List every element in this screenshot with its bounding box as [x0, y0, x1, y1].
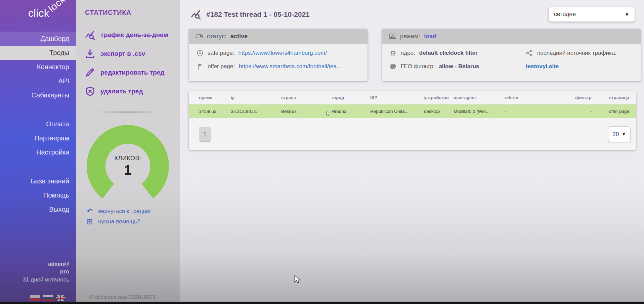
sidebar-item-settings[interactable]: Настройки — [0, 145, 76, 159]
cell-device: desktop — [424, 109, 454, 114]
language-switcher — [30, 295, 66, 301]
sidebar-item-label: Выход — [49, 206, 69, 213]
mouse-cursor-small — [326, 110, 331, 117]
sidebar-item-api[interactable]: API — [0, 74, 76, 88]
period-select[interactable]: сегодня ▼ — [548, 7, 635, 22]
column-header-isp[interactable]: ISP — [370, 95, 424, 100]
chart-search-icon — [85, 30, 96, 40]
gauge-label: КЛИКОВ: — [114, 155, 141, 162]
cell-country: Belarus — [281, 109, 332, 114]
column-header-device[interactable]: устройство — [424, 95, 454, 100]
back-to-threads-link[interactable]: ↶ вернуться к тредам — [86, 206, 150, 216]
chevron-down-icon: ▼ — [622, 132, 626, 137]
sidebar-item-knowledge-base[interactable]: База знаний — [0, 174, 76, 188]
status-label: статус: — [207, 33, 226, 40]
sidebar-item-dashboard[interactable]: Дашборд — [0, 32, 76, 46]
column-header-filter[interactable]: фильтр — [565, 95, 592, 100]
column-header-referer[interactable]: referer — [505, 95, 565, 100]
sidebar-item-subaccounts[interactable]: Сабакаунты — [0, 88, 76, 102]
gear-icon: ⚙ — [389, 50, 397, 56]
mode-card-header: режим: load — [382, 29, 641, 44]
clicks-table-card: время ip страна город ISP устройство use… — [189, 91, 636, 150]
screen-bottom-bar — [0, 302, 644, 304]
need-help-link[interactable]: ⊞ нужна помощь? — [86, 216, 150, 227]
menu-item-edit-thread[interactable]: редактировать тред — [85, 63, 176, 82]
nav-spacer — [0, 159, 76, 174]
account-email: admin@ — [23, 261, 69, 267]
sidebar-item-label: Сабакаунты — [31, 91, 69, 99]
menu-item-label: удалить тред — [100, 88, 143, 95]
clicklock-app: click lock Дашборд Треды Коннектор API С… — [0, 0, 644, 304]
menu-item-delete-thread[interactable]: удалить тред — [85, 82, 176, 101]
flag-russia-icon[interactable] — [43, 295, 53, 301]
cell-page: offer page — [592, 109, 629, 114]
flag-uk-icon[interactable] — [56, 295, 66, 301]
gauge-text: КЛИКОВ: 1 — [87, 125, 169, 207]
undo-icon: ↶ — [86, 207, 93, 215]
period-select-value: сегодня — [554, 11, 625, 18]
column-header-country[interactable]: страна — [281, 95, 332, 100]
statistics-title: СТАТИСТИКА — [85, 9, 131, 16]
plus-box-icon: ⊞ — [86, 218, 93, 226]
share-icon — [526, 50, 533, 56]
sidebar-item-partners[interactable]: Партнерам — [0, 131, 76, 145]
chart-search-icon — [191, 9, 202, 19]
column-header-page[interactable]: страница — [592, 95, 629, 100]
sidebar-item-label: Оплата — [46, 120, 69, 128]
sidebar-item-payment[interactable]: Оплата — [0, 117, 76, 131]
sidebar-item-threads[interactable]: Треды — [0, 46, 76, 60]
menu-item-daily-chart[interactable]: график день-за-днем — [85, 26, 176, 44]
menu-item-export-csv[interactable]: экспорт в .csv — [85, 44, 176, 63]
traffic-source-column: последний источник трафика: testovyi.sit… — [526, 46, 641, 73]
page-size-select[interactable]: 20 ▼ — [608, 126, 631, 142]
pencil-icon — [85, 68, 95, 78]
screen-share-icon — [389, 33, 396, 40]
sidebar-item-label: Треды — [49, 49, 69, 57]
cell-referer: - — [505, 109, 565, 114]
column-header-user-agent[interactable]: user-agent — [454, 95, 505, 100]
column-header-city[interactable]: город — [332, 95, 370, 100]
core-label: ядро: — [401, 50, 415, 56]
traffic-source-link[interactable]: testovyi.site — [526, 60, 641, 73]
safe-page-link[interactable]: https://www.flowers4hamburg.com/ — [238, 50, 327, 56]
sidebar-item-connector[interactable]: Коннектор — [0, 60, 76, 74]
offer-page-link[interactable]: https://www.smartbets.com/football/tea..… — [239, 63, 341, 70]
sidebar-item-help[interactable]: Помощь — [0, 188, 76, 202]
sidebar-item-logout[interactable]: Выход — [0, 202, 76, 216]
shield-star-icon — [196, 50, 204, 56]
offer-page-row: offer page: https://www.smartbets.com/fo… — [189, 60, 368, 73]
cell-isp: Republican Unita... — [370, 109, 424, 114]
shield-x-icon — [85, 86, 95, 96]
logo-text-click: click — [28, 7, 49, 19]
pagination-page-1-button[interactable]: 1 — [199, 127, 211, 142]
sidebar-item-label: Дашборд — [40, 35, 69, 43]
sidebar-item-label: База знаний — [31, 177, 69, 185]
statistics-panel: СТАТИСТИКА график день-за-днем экспорт в… — [76, 0, 180, 304]
cell-ip: 37.212.80.51 — [231, 109, 281, 114]
menu-item-label: редактировать тред — [100, 69, 164, 76]
column-header-time[interactable]: время — [199, 95, 231, 100]
safe-page-row: safe page: https://www.flowers4hamburg.c… — [189, 46, 368, 60]
table-row[interactable]: 14:58:52 37.212.80.51 Belarus Hrodna Rep… — [189, 104, 636, 118]
mode-label: режим: — [400, 33, 420, 40]
flag-poland-icon[interactable] — [30, 295, 40, 301]
geo-filter-value: allow - Belarus — [439, 63, 479, 70]
clicklock-logo: click lock — [0, 0, 76, 28]
globe-icon — [389, 63, 397, 70]
flag-icon — [196, 63, 204, 70]
sidebar-item-label: Помощь — [43, 191, 69, 199]
cell-city: Hrodna — [332, 109, 370, 114]
account-plan: pro — [23, 268, 69, 275]
column-header-ip[interactable]: ip — [231, 95, 281, 100]
statistics-links: ↶ вернуться к тредам ⊞ нужна помощь? — [86, 206, 150, 227]
status-card: статус: active safe page: https://www.fl… — [189, 29, 368, 81]
sidebar-nav: Дашборд Треды Коннектор API Сабакаунты О… — [0, 32, 76, 216]
logo-text-lock: lock — [46, 0, 68, 14]
gauge-value: 1 — [124, 163, 131, 178]
sidebar-item-label: Партнерам — [34, 134, 69, 142]
geo-filter-label: ГЕО фильтр: — [401, 63, 435, 70]
cell-user-agent: Mozilla/5.0 (Win... — [454, 109, 505, 114]
mode-settings-column: ⚙ ядро: default clicklock filter ГЕО фил… — [382, 46, 526, 73]
core-row: ⚙ ядро: default clicklock filter — [382, 46, 526, 60]
main-content: #182 Test thread 1 - 05-10-2021 сегодня … — [180, 0, 644, 304]
